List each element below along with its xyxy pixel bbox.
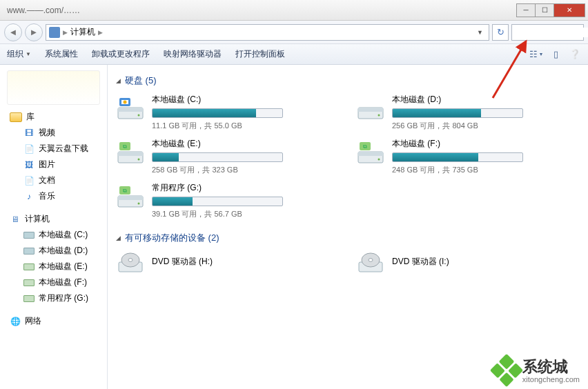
tree-computer-head[interactable]: 🖥 计算机 <box>0 211 107 227</box>
dvd-icon <box>116 251 145 275</box>
section-disks-label: 硬盘 (5) <box>125 74 157 87</box>
dvd-name: DVD 驱动器 (I:) <box>392 256 449 268</box>
video-icon: 🎞 <box>23 128 35 138</box>
content-pane[interactable]: ◢ 硬盘 (5) 本地磁盘 (C:) 11.1 GB 可用，共 55.0 GB … <box>108 65 588 389</box>
svg-rect-6 <box>358 108 383 112</box>
dvd-icon <box>356 251 385 275</box>
drive-icon <box>116 94 145 123</box>
sidebar-preview-area <box>7 70 100 105</box>
tree-item-label: 文档 <box>39 174 55 186</box>
help-button[interactable]: ❔ <box>569 49 581 60</box>
maximize-button[interactable]: ☐ <box>535 3 554 17</box>
tree-libraries: 库 🎞视频📄天翼云盘下载🖼图片📄文档♪音乐 <box>0 109 107 204</box>
drive-item[interactable]: ⧉ 常用程序 (G:) 39.1 GB 可用，共 56.7 GB <box>116 182 340 219</box>
map-drive-button[interactable]: 映射网络驱动器 <box>164 48 222 60</box>
tree-item-label: 本地磁盘 (C:) <box>39 229 88 241</box>
navigation-bar: ◄ ► ▶ 计算机 ▶ ▼ ↻ 🔍 <box>0 21 588 44</box>
tree-library-item[interactable]: 📄天翼云盘下载 <box>0 141 107 157</box>
network-icon: 🌐 <box>10 317 21 326</box>
svg-text:⧉: ⧉ <box>123 143 127 150</box>
svg-point-2 <box>138 114 140 117</box>
close-button[interactable]: ✕ <box>553 3 585 17</box>
tree-drive-item[interactable]: 本地磁盘 (F:) <box>0 275 107 290</box>
computer-icon <box>49 27 60 38</box>
dvd-item[interactable]: DVD 驱动器 (H:) <box>116 251 340 275</box>
minimize-button[interactable]: ─ <box>516 3 536 17</box>
folder-icon: 📄 <box>23 144 35 154</box>
tree-item-label: 音乐 <box>39 190 55 202</box>
svg-point-7 <box>378 114 380 117</box>
section-disks-header[interactable]: ◢ 硬盘 (5) <box>116 74 580 87</box>
tree-item-label: 图片 <box>39 159 55 170</box>
disk-icon <box>23 232 35 239</box>
search-input[interactable] <box>516 28 588 37</box>
drive-item[interactable]: 本地磁盘 (C:) 11.1 GB 可用，共 55.0 GB <box>116 94 340 131</box>
picture-icon: 🖼 <box>23 160 35 170</box>
library-icon <box>10 112 22 122</box>
drive-status: 39.1 GB 可用，共 56.7 GB <box>152 209 340 219</box>
tree-network-label: 网络 <box>25 315 41 327</box>
breadcrumb-dropdown[interactable]: ▼ <box>474 29 486 36</box>
system-properties-button[interactable]: 系统属性 <box>45 48 78 60</box>
tree-library-item[interactable]: 📄文档 <box>0 172 107 188</box>
drive-name: 本地磁盘 (D:) <box>392 94 580 106</box>
window-title: www.——.com/…… <box>7 6 517 15</box>
forward-button[interactable]: ► <box>25 23 43 41</box>
tree-item-label: 视频 <box>39 127 55 139</box>
section-removable-header[interactable]: ◢ 有可移动存储的设备 (2) <box>116 232 580 244</box>
organize-menu[interactable]: 组织 ▼ <box>7 48 31 60</box>
uninstall-button[interactable]: 卸载或更改程序 <box>92 48 150 60</box>
drive-name: 常用程序 (G:) <box>152 182 340 194</box>
dvd-name: DVD 驱动器 (H:) <box>152 256 213 268</box>
chevron-down-icon: ▼ <box>26 51 31 57</box>
preview-pane-button[interactable]: ▯ <box>549 49 562 60</box>
drive-name: 本地磁盘 (F:) <box>392 138 580 150</box>
section-removable-label: 有可移动存储的设备 (2) <box>125 232 219 244</box>
tree-drive-item[interactable]: 常用程序 (G:) <box>0 290 107 306</box>
drive-icon: ⧉ <box>116 182 145 211</box>
tree-item-label: 本地磁盘 (F:) <box>39 277 87 288</box>
drive-item[interactable]: ⧉ 本地磁盘 (F:) 248 GB 可用，共 735 GB <box>356 138 580 175</box>
tree-libraries-head[interactable]: 库 <box>0 109 107 125</box>
disk-icon <box>23 279 35 286</box>
tree-item-label: 本地磁盘 (E:) <box>39 261 88 272</box>
refresh-button[interactable]: ↻ <box>492 24 509 41</box>
tree-drive-item[interactable]: 本地磁盘 (D:) <box>0 243 107 259</box>
breadcrumb[interactable]: ▶ 计算机 ▶ ▼ <box>46 24 489 41</box>
search-box[interactable]: 🔍 <box>511 24 584 41</box>
tree-library-item[interactable]: ♪音乐 <box>0 188 107 204</box>
breadcrumb-separator-icon: ▶ <box>63 29 68 36</box>
drive-icon: ⧉ <box>356 138 385 167</box>
drive-status: 248 GB 可用，共 735 GB <box>392 165 580 175</box>
view-menu[interactable]: ☷▼ <box>530 49 542 60</box>
svg-rect-1 <box>118 108 143 112</box>
navigation-pane[interactable]: 库 🎞视频📄天翼云盘下载🖼图片📄文档♪音乐 🖥 计算机 本地磁盘 (C:)本地磁… <box>0 65 108 389</box>
svg-rect-19 <box>118 196 143 200</box>
tree-library-item[interactable]: 🎞视频 <box>0 125 107 141</box>
dvd-item[interactable]: DVD 驱动器 (I:) <box>356 251 580 275</box>
window-controls: ─ ☐ ✕ <box>517 3 585 17</box>
drive-icon <box>356 94 385 123</box>
back-button[interactable]: ◄ <box>4 23 22 41</box>
toolbar: 组织 ▼ 系统属性 卸载或更改程序 映射网络驱动器 打开控制面板 ☷▼ ▯ ❔ <box>0 44 588 65</box>
collapse-icon: ◢ <box>116 77 121 84</box>
svg-text:⧉: ⧉ <box>363 143 367 150</box>
control-panel-button[interactable]: 打开控制面板 <box>235 48 285 60</box>
tree-libraries-label: 库 <box>26 111 35 123</box>
drive-item[interactable]: 本地磁盘 (D:) 256 GB 可用，共 804 GB <box>356 94 580 131</box>
drive-item[interactable]: ⧉ 本地磁盘 (E:) 258 GB 可用，共 323 GB <box>116 138 340 175</box>
drive-name: 本地磁盘 (E:) <box>152 138 340 150</box>
tree-network-head[interactable]: 🌐 网络 <box>0 313 107 329</box>
window-title-bar: www.——.com/…… ─ ☐ ✕ <box>0 0 588 21</box>
svg-point-28 <box>369 259 373 262</box>
tree-drive-item[interactable]: 本地磁盘 (C:) <box>0 227 107 243</box>
drive-name: 本地磁盘 (C:) <box>152 94 340 106</box>
breadcrumb-computer[interactable]: 计算机 <box>70 26 95 38</box>
music-icon: ♪ <box>23 192 35 201</box>
collapse-icon: ◢ <box>116 235 121 241</box>
disk-icon <box>23 248 35 255</box>
tree-library-item[interactable]: 🖼图片 <box>0 157 107 172</box>
tree-drive-item[interactable]: 本地磁盘 (E:) <box>0 259 107 275</box>
svg-point-15 <box>378 159 380 161</box>
tree-item-label: 常用程序 (G:) <box>39 292 88 304</box>
